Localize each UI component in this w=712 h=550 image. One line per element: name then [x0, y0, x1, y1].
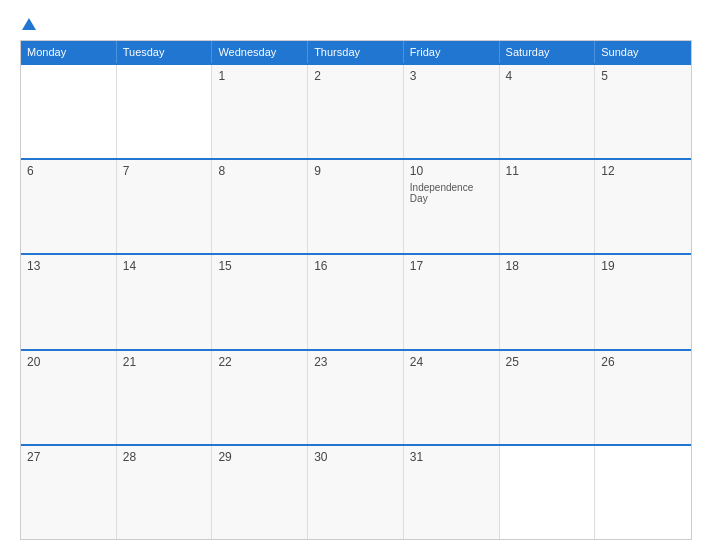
calendar-week-4: 20212223242526 — [21, 349, 691, 444]
logo — [20, 18, 36, 32]
calendar-cell: 2 — [308, 65, 404, 158]
day-number: 21 — [123, 355, 206, 369]
calendar-cell: 22 — [212, 351, 308, 444]
weekday-header-wednesday: Wednesday — [212, 41, 308, 63]
day-number: 14 — [123, 259, 206, 273]
day-number: 31 — [410, 450, 493, 464]
day-number: 2 — [314, 69, 397, 83]
weekday-header-friday: Friday — [404, 41, 500, 63]
calendar-cell: 28 — [117, 446, 213, 539]
calendar-header — [20, 18, 692, 32]
day-number: 30 — [314, 450, 397, 464]
weekday-header-saturday: Saturday — [500, 41, 596, 63]
calendar-cell: 6 — [21, 160, 117, 253]
weekday-header-thursday: Thursday — [308, 41, 404, 63]
day-number: 19 — [601, 259, 685, 273]
day-number: 29 — [218, 450, 301, 464]
calendar-cell — [21, 65, 117, 158]
day-number: 18 — [506, 259, 589, 273]
calendar-cell: 20 — [21, 351, 117, 444]
calendar-cell: 15 — [212, 255, 308, 348]
calendar-cell: 29 — [212, 446, 308, 539]
day-number: 12 — [601, 164, 685, 178]
calendar-cell: 30 — [308, 446, 404, 539]
calendar-cell: 14 — [117, 255, 213, 348]
weekday-header-monday: Monday — [21, 41, 117, 63]
calendar-cell: 3 — [404, 65, 500, 158]
calendar-cell: 1 — [212, 65, 308, 158]
day-number: 26 — [601, 355, 685, 369]
day-number: 28 — [123, 450, 206, 464]
weekday-header-tuesday: Tuesday — [117, 41, 213, 63]
logo-triangle-icon — [22, 18, 36, 30]
calendar-cell: 19 — [595, 255, 691, 348]
day-number: 6 — [27, 164, 110, 178]
day-number: 8 — [218, 164, 301, 178]
calendar-cell: 13 — [21, 255, 117, 348]
event-label: Independence Day — [410, 182, 493, 204]
day-number: 25 — [506, 355, 589, 369]
calendar-cell: 4 — [500, 65, 596, 158]
day-number: 27 — [27, 450, 110, 464]
day-number: 15 — [218, 259, 301, 273]
calendar-cell: 18 — [500, 255, 596, 348]
calendar-cell: 17 — [404, 255, 500, 348]
day-number: 10 — [410, 164, 493, 178]
calendar-week-3: 13141516171819 — [21, 253, 691, 348]
calendar-cell: 16 — [308, 255, 404, 348]
calendar-cell: 31 — [404, 446, 500, 539]
calendar-cell: 5 — [595, 65, 691, 158]
calendar-body: 12345678910Independence Day1112131415161… — [21, 63, 691, 539]
calendar-cell: 9 — [308, 160, 404, 253]
calendar-grid: MondayTuesdayWednesdayThursdayFridaySatu… — [20, 40, 692, 540]
calendar-week-2: 678910Independence Day1112 — [21, 158, 691, 253]
day-number: 7 — [123, 164, 206, 178]
day-number: 13 — [27, 259, 110, 273]
calendar-cell — [500, 446, 596, 539]
calendar-cell: 25 — [500, 351, 596, 444]
calendar-cell: 11 — [500, 160, 596, 253]
calendar-cell: 27 — [21, 446, 117, 539]
day-number: 3 — [410, 69, 493, 83]
calendar-cell: 26 — [595, 351, 691, 444]
day-number: 5 — [601, 69, 685, 83]
day-number: 9 — [314, 164, 397, 178]
calendar-cell: 12 — [595, 160, 691, 253]
day-number: 1 — [218, 69, 301, 83]
day-number: 11 — [506, 164, 589, 178]
calendar-week-1: 12345 — [21, 63, 691, 158]
calendar-cell: 21 — [117, 351, 213, 444]
day-number: 16 — [314, 259, 397, 273]
calendar-weekday-header: MondayTuesdayWednesdayThursdayFridaySatu… — [21, 41, 691, 63]
day-number: 4 — [506, 69, 589, 83]
calendar-page: MondayTuesdayWednesdayThursdayFridaySatu… — [0, 0, 712, 550]
calendar-cell: 7 — [117, 160, 213, 253]
calendar-cell: 23 — [308, 351, 404, 444]
weekday-header-sunday: Sunday — [595, 41, 691, 63]
day-number: 24 — [410, 355, 493, 369]
day-number: 17 — [410, 259, 493, 273]
calendar-week-5: 2728293031 — [21, 444, 691, 539]
day-number: 20 — [27, 355, 110, 369]
calendar-cell: 8 — [212, 160, 308, 253]
calendar-cell: 10Independence Day — [404, 160, 500, 253]
day-number: 23 — [314, 355, 397, 369]
day-number: 22 — [218, 355, 301, 369]
calendar-cell — [117, 65, 213, 158]
calendar-cell — [595, 446, 691, 539]
calendar-cell: 24 — [404, 351, 500, 444]
